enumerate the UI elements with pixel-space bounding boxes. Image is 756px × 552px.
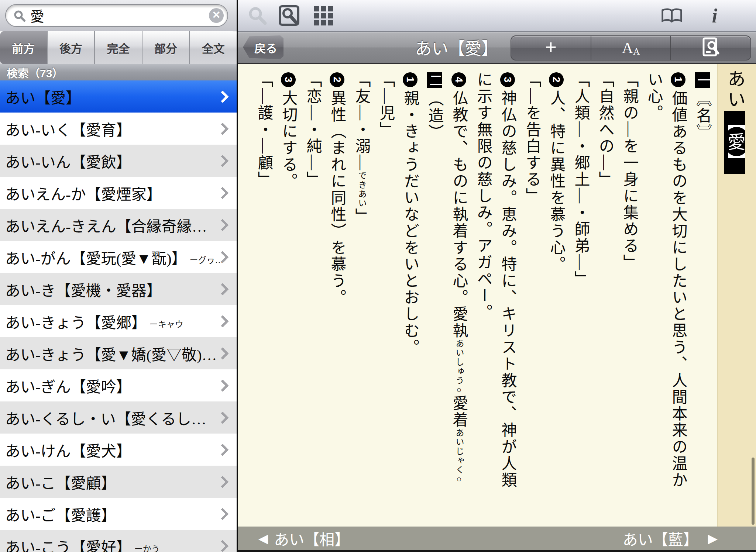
clear-search-icon[interactable]: ✕: [209, 8, 224, 23]
search-mode-tab[interactable]: 部分: [142, 31, 190, 64]
def-seg-small: できあい: [357, 171, 366, 208]
scrollbar[interactable]: [752, 458, 755, 525]
definition-line: 3大切にする。: [276, 72, 300, 496]
definition-line: 「人類―・郷土―・師弟―」: [568, 72, 593, 496]
chevron-right-icon: [216, 540, 229, 552]
chevron-right-icon: [216, 347, 229, 360]
result-row[interactable]: あい-くるし・い【愛くるし…: [0, 401, 237, 434]
next-entry-button[interactable]: あい【藍】 ▶: [623, 527, 718, 550]
chevron-right-icon: [216, 219, 229, 231]
chevron-right-icon: [216, 187, 229, 199]
def-seg-small: あいじゃく○: [454, 428, 464, 484]
search-icon[interactable]: [247, 5, 269, 27]
result-row[interactable]: あい-ご【愛護】: [0, 498, 237, 530]
search-field[interactable]: ✕: [5, 4, 228, 27]
definition-line: 「親の―を一身に集める」: [617, 72, 642, 496]
def-seg-text: 人、特に異性を慕う心。: [548, 90, 565, 273]
search-mode-tab[interactable]: 完全: [95, 31, 142, 64]
entry-content[interactable]: あい【愛】 一〘名〙1価値あるものを大切にしたいと思う、人間本来の温かい心。「親…: [238, 64, 756, 527]
result-row[interactable]: あい-き【愛機・愛器】: [0, 273, 237, 305]
definition-line: 2人、特に異性を慕う心。: [544, 72, 568, 496]
result-row[interactable]: あいえん-か【愛煙家】: [0, 177, 237, 209]
definition-line: 2異性（まれに同性）を慕う。: [325, 72, 349, 496]
definition-line: 一〘名〙: [690, 72, 715, 496]
def-seg-text: 〘名〙: [694, 91, 711, 141]
result-row-label: あい-き【愛機・愛器】: [5, 278, 162, 300]
result-row[interactable]: あい-いん【愛飲】: [0, 145, 237, 177]
entry-title: あい【愛】: [415, 32, 498, 63]
chevron-right-icon: [216, 315, 229, 328]
grid-icon[interactable]: [312, 5, 334, 27]
def-seg-small: あいしゅう○: [454, 339, 464, 395]
search-icon: [13, 10, 26, 24]
book-icon[interactable]: [661, 5, 683, 27]
chevron-right-icon: [216, 476, 229, 488]
def-seg-text: 「恋―・純―」: [304, 72, 321, 188]
prev-entry-button[interactable]: ◀ あい【相】: [258, 527, 350, 550]
search-mode-tab[interactable]: 後方: [48, 31, 95, 64]
result-row[interactable]: あい-きょう【愛郷】 ーキャウ: [0, 305, 237, 337]
font-size-icon: A: [622, 39, 633, 57]
definition-line: 1親・きょうだいなどをいとおしむ。: [398, 72, 422, 496]
prev-triangle-icon: ◀: [258, 531, 268, 546]
info-icon[interactable]: i: [704, 5, 726, 27]
result-row-reading: ーキャウ: [150, 317, 183, 330]
def-seg-text: 「親の―を一身に集める」: [621, 72, 638, 271]
next-entry-label: あい【藍】: [623, 527, 698, 549]
result-row[interactable]: あい-ぎん【愛吟】: [0, 369, 237, 401]
def-seg-num: 4: [451, 72, 466, 87]
search-input[interactable]: [30, 6, 201, 24]
def-seg-box: 二: [427, 72, 442, 88]
def-seg-text: 「自然への―」: [597, 72, 614, 188]
result-row[interactable]: あい-きょう【愛▼嬌(愛▽敬)…: [0, 337, 237, 369]
result-row[interactable]: あいえん-きえん【合縁奇縁…: [0, 209, 237, 241]
result-row-label: あい-けん【愛犬】: [5, 439, 131, 461]
result-row[interactable]: あい-いく【愛育】: [0, 113, 237, 145]
result-row-label: あい-きょう【愛▼嬌(愛▽敬)…: [5, 342, 217, 365]
definition-text: 一〘名〙1価値あるものを大切にしたいと思う、人間本来の温かい心。「親の―を一身に…: [238, 72, 715, 496]
tab-label: 完全: [107, 39, 130, 56]
def-seg-text: 「友―・溺―: [353, 72, 370, 171]
result-row[interactable]: あい-がん【愛玩(愛▼翫)】 ーグヮ…: [0, 241, 237, 273]
chevron-right-icon: [216, 155, 229, 167]
result-row-label: あい-いん【愛飲】: [5, 150, 131, 172]
definition-line: 4仏教で、ものに執着する心。愛執あいしゅう○愛着あいじゃく○: [447, 72, 471, 496]
def-seg-text: （造）: [426, 91, 443, 141]
definition-line: 二（造）: [422, 72, 447, 496]
entry-title-bar: 戻る あい【愛】 + AA: [238, 32, 756, 64]
add-bookmark-button[interactable]: +: [511, 36, 591, 60]
chevron-right-icon: [216, 283, 229, 296]
tab-label: 前方: [12, 39, 35, 56]
def-seg-text: 「―児」: [377, 72, 394, 138]
search-mode-tab[interactable]: 前方: [0, 31, 48, 64]
result-row[interactable]: あい-けん【愛犬】: [0, 434, 237, 466]
result-row[interactable]: あい【愛】: [0, 80, 237, 113]
search-in-entry-button[interactable]: [671, 36, 750, 60]
def-seg-text: 「人類―・郷土―・師弟―」: [572, 72, 589, 287]
result-row-label: あい-いく【愛育】: [5, 118, 131, 140]
result-row[interactable]: あい-こう【愛好】 ーかう: [0, 530, 237, 552]
def-seg-box: 一: [695, 72, 710, 88]
back-button[interactable]: 戻る: [243, 35, 284, 59]
definition-line: 「―児」: [374, 72, 398, 496]
doc-search-icon: [702, 37, 719, 59]
result-row[interactable]: あい-こ【愛顧】: [0, 466, 237, 498]
def-seg-text: 」: [353, 208, 370, 225]
zoom-page-icon[interactable]: [278, 5, 300, 27]
search-mode-tab[interactable]: 全文: [190, 31, 237, 64]
result-row-label: あい-きょう【愛郷】: [5, 310, 147, 332]
headword-seg: 【愛】: [724, 111, 745, 174]
result-row-label: あい-くるし・い【愛くるし…: [5, 407, 206, 429]
def-seg-text: 「―を告白する」: [523, 72, 540, 204]
font-size-button[interactable]: AA: [591, 36, 671, 60]
def-seg-num: 2: [549, 72, 564, 87]
def-seg-num: 1: [671, 72, 685, 87]
def-seg-num: 1: [403, 72, 417, 87]
definition-line: 「―護・―顧」: [252, 72, 276, 496]
tab-label: 後方: [59, 39, 82, 56]
result-row-label: あい-ご【愛護】: [5, 503, 116, 525]
chevron-right-icon: [216, 123, 229, 135]
tab-label: 全文: [202, 39, 225, 56]
tab-label: 部分: [154, 39, 177, 56]
def-seg-text: 「―護・―顧」: [255, 72, 272, 188]
